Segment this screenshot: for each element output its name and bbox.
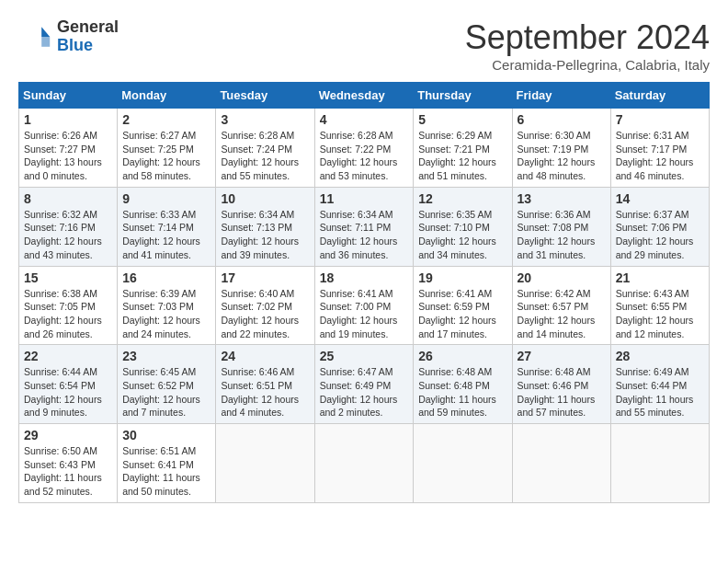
calendar-cell: 25Sunrise: 6:47 AM Sunset: 6:49 PM Dayli… [314, 345, 414, 424]
weekday-header-monday: Monday [118, 83, 216, 109]
calendar-cell: 28Sunrise: 6:49 AM Sunset: 6:44 PM Dayli… [610, 345, 709, 424]
day-number: 3 [221, 112, 309, 127]
calendar-cell: 3Sunrise: 6:28 AM Sunset: 7:24 PM Daylig… [216, 109, 314, 188]
weekday-header-wednesday: Wednesday [314, 83, 414, 109]
calendar-cell: 23Sunrise: 6:45 AM Sunset: 6:52 PM Dayli… [118, 345, 216, 424]
day-info: Sunrise: 6:44 AM Sunset: 6:54 PM Dayligh… [24, 365, 112, 419]
day-number: 17 [221, 270, 309, 285]
day-number: 10 [221, 191, 309, 206]
calendar-week-4: 22Sunrise: 6:44 AM Sunset: 6:54 PM Dayli… [19, 345, 710, 424]
logo-icon [18, 20, 51, 53]
day-info: Sunrise: 6:46 AM Sunset: 6:51 PM Dayligh… [221, 365, 309, 419]
calendar-cell: 17Sunrise: 6:40 AM Sunset: 7:02 PM Dayli… [216, 266, 314, 345]
day-info: Sunrise: 6:26 AM Sunset: 7:27 PM Dayligh… [24, 129, 112, 183]
day-info: Sunrise: 6:41 AM Sunset: 7:00 PM Dayligh… [320, 287, 409, 341]
calendar-cell: 16Sunrise: 6:39 AM Sunset: 7:03 PM Dayli… [118, 266, 216, 345]
calendar-cell: 9Sunrise: 6:33 AM Sunset: 7:14 PM Daylig… [118, 187, 216, 266]
day-info: Sunrise: 6:28 AM Sunset: 7:22 PM Dayligh… [320, 129, 409, 183]
calendar-week-5: 29Sunrise: 6:50 AM Sunset: 6:43 PM Dayli… [19, 424, 710, 503]
calendar-cell: 7Sunrise: 6:31 AM Sunset: 7:17 PM Daylig… [610, 109, 709, 188]
weekday-header-tuesday: Tuesday [216, 83, 314, 109]
day-number: 28 [616, 349, 704, 363]
calendar-cell: 4Sunrise: 6:28 AM Sunset: 7:22 PM Daylig… [314, 109, 414, 188]
day-number: 20 [518, 270, 606, 285]
calendar-cell: 19Sunrise: 6:41 AM Sunset: 6:59 PM Dayli… [414, 266, 512, 345]
weekday-header-thursday: Thursday [414, 83, 512, 109]
day-number: 11 [320, 191, 409, 206]
calendar-cell: 6Sunrise: 6:30 AM Sunset: 7:19 PM Daylig… [512, 109, 610, 188]
calendar-table: SundayMondayTuesdayWednesdayThursdayFrid… [18, 82, 710, 503]
calendar-cell: 30Sunrise: 6:51 AM Sunset: 6:41 PM Dayli… [118, 424, 216, 503]
day-number: 13 [518, 191, 606, 206]
page-header: General Blue September 2024 Ceramida-Pel… [18, 18, 710, 73]
calendar-week-2: 8Sunrise: 6:32 AM Sunset: 7:16 PM Daylig… [19, 187, 710, 266]
day-info: Sunrise: 6:32 AM Sunset: 7:16 PM Dayligh… [24, 208, 112, 262]
calendar-cell: 24Sunrise: 6:46 AM Sunset: 6:51 PM Dayli… [216, 345, 314, 424]
title-block: September 2024 Ceramida-Pellegrina, Cala… [465, 18, 710, 73]
day-info: Sunrise: 6:29 AM Sunset: 7:21 PM Dayligh… [418, 129, 506, 183]
day-number: 7 [616, 112, 704, 127]
month-title: September 2024 [465, 18, 710, 57]
calendar-cell: 29Sunrise: 6:50 AM Sunset: 6:43 PM Dayli… [19, 424, 118, 503]
day-number: 14 [616, 191, 704, 206]
calendar-cell: 18Sunrise: 6:41 AM Sunset: 7:00 PM Dayli… [314, 266, 414, 345]
day-number: 9 [122, 191, 210, 206]
day-info: Sunrise: 6:42 AM Sunset: 6:57 PM Dayligh… [518, 287, 606, 341]
calendar-cell: 10Sunrise: 6:34 AM Sunset: 7:13 PM Dayli… [216, 187, 314, 266]
day-number: 1 [24, 112, 112, 127]
day-number: 30 [122, 428, 210, 442]
calendar-cell: 22Sunrise: 6:44 AM Sunset: 6:54 PM Dayli… [19, 345, 118, 424]
calendar-cell: 27Sunrise: 6:48 AM Sunset: 6:46 PM Dayli… [512, 345, 610, 424]
day-number: 5 [418, 112, 506, 127]
day-number: 2 [122, 112, 210, 127]
weekday-header-saturday: Saturday [610, 83, 709, 109]
calendar-cell: 8Sunrise: 6:32 AM Sunset: 7:16 PM Daylig… [19, 187, 118, 266]
day-number: 15 [24, 270, 112, 285]
day-info: Sunrise: 6:34 AM Sunset: 7:11 PM Dayligh… [320, 208, 409, 262]
day-info: Sunrise: 6:51 AM Sunset: 6:41 PM Dayligh… [122, 444, 210, 499]
day-number: 22 [24, 349, 112, 363]
day-info: Sunrise: 6:30 AM Sunset: 7:19 PM Dayligh… [518, 129, 606, 183]
calendar-cell [512, 424, 610, 503]
calendar-cell: 12Sunrise: 6:35 AM Sunset: 7:10 PM Dayli… [414, 187, 512, 266]
day-info: Sunrise: 6:48 AM Sunset: 6:48 PM Dayligh… [418, 365, 506, 419]
calendar-week-3: 15Sunrise: 6:38 AM Sunset: 7:05 PM Dayli… [19, 266, 710, 345]
weekday-header-row: SundayMondayTuesdayWednesdayThursdayFrid… [19, 83, 710, 109]
calendar-cell [414, 424, 512, 503]
day-info: Sunrise: 6:35 AM Sunset: 7:10 PM Dayligh… [418, 208, 506, 262]
day-number: 29 [24, 428, 112, 442]
day-number: 18 [320, 270, 409, 285]
day-info: Sunrise: 6:36 AM Sunset: 7:08 PM Dayligh… [518, 208, 606, 262]
day-info: Sunrise: 6:50 AM Sunset: 6:43 PM Dayligh… [24, 444, 112, 499]
day-number: 6 [518, 112, 606, 127]
day-number: 21 [616, 270, 704, 285]
calendar-cell: 1Sunrise: 6:26 AM Sunset: 7:27 PM Daylig… [19, 109, 118, 188]
calendar-cell [314, 424, 414, 503]
day-info: Sunrise: 6:43 AM Sunset: 6:55 PM Dayligh… [616, 287, 704, 341]
calendar-cell: 14Sunrise: 6:37 AM Sunset: 7:06 PM Dayli… [610, 187, 709, 266]
location-subtitle: Ceramida-Pellegrina, Calabria, Italy [465, 57, 710, 73]
day-number: 27 [518, 349, 606, 363]
logo-blue: Blue [57, 36, 93, 54]
calendar-cell: 15Sunrise: 6:38 AM Sunset: 7:05 PM Dayli… [19, 266, 118, 345]
day-number: 24 [221, 349, 309, 363]
day-number: 4 [320, 112, 409, 127]
calendar-cell [216, 424, 314, 503]
day-info: Sunrise: 6:41 AM Sunset: 6:59 PM Dayligh… [418, 287, 506, 341]
day-info: Sunrise: 6:40 AM Sunset: 7:02 PM Dayligh… [221, 287, 309, 341]
day-info: Sunrise: 6:28 AM Sunset: 7:24 PM Dayligh… [221, 129, 309, 183]
day-info: Sunrise: 6:38 AM Sunset: 7:05 PM Dayligh… [24, 287, 112, 341]
calendar-cell: 2Sunrise: 6:27 AM Sunset: 7:25 PM Daylig… [118, 109, 216, 188]
calendar-cell: 21Sunrise: 6:43 AM Sunset: 6:55 PM Dayli… [610, 266, 709, 345]
day-number: 25 [320, 349, 409, 363]
day-info: Sunrise: 6:45 AM Sunset: 6:52 PM Dayligh… [122, 365, 210, 419]
day-info: Sunrise: 6:48 AM Sunset: 6:46 PM Dayligh… [518, 365, 606, 419]
weekday-header-friday: Friday [512, 83, 610, 109]
weekday-header-sunday: Sunday [19, 83, 118, 109]
svg-marker-2 [41, 37, 50, 47]
day-info: Sunrise: 6:39 AM Sunset: 7:03 PM Dayligh… [122, 287, 210, 341]
day-info: Sunrise: 6:34 AM Sunset: 7:13 PM Dayligh… [221, 208, 309, 262]
day-number: 16 [122, 270, 210, 285]
day-info: Sunrise: 6:37 AM Sunset: 7:06 PM Dayligh… [616, 208, 704, 262]
day-number: 26 [418, 349, 506, 363]
